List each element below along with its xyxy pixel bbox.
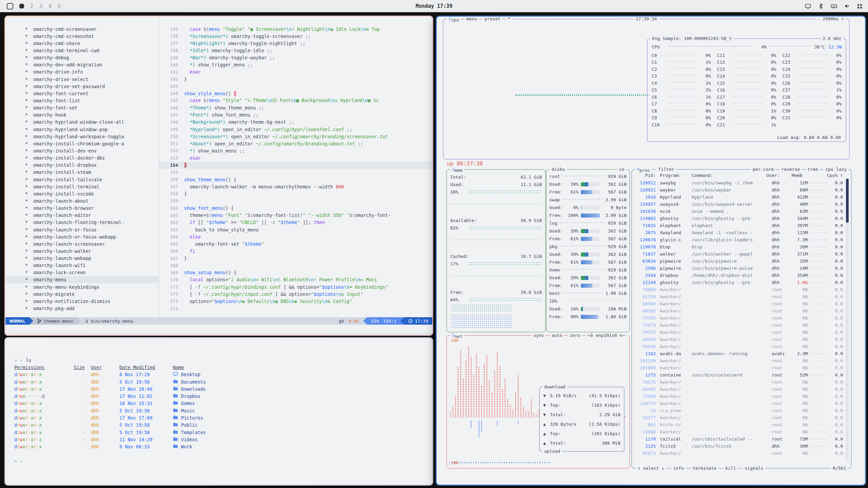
update-interval-control[interactable]: - 2000ms + [816,17,846,22]
file-list-item[interactable]: *omarchy-launch-about [5,197,159,204]
proc-footer--select-[interactable]: ↑ select ↓ [636,465,666,471]
file-list-item[interactable]: *omarchy-font-set [5,104,159,111]
terminal-output[interactable]: ~›lsPermissionsSizeUserDate ModifiedName… [5,338,432,485]
file-list-item[interactable]: *omarchy-cmd-share [5,40,159,47]
file-list-item[interactable]: *omarchy-install-dropbox [5,162,159,169]
file-list-item[interactable]: *omarchy-font-current [5,90,159,97]
file-list-item[interactable]: *omarchy-lock-screen [5,269,159,276]
process-row[interactable]: 81310kworker/root0B0.0 [635,293,843,300]
file-list-item[interactable]: *omarchy-font-list [5,97,159,104]
code-pane[interactable]: 135 case $(menu "Toggle" "▣ Screensaver\… [159,25,432,317]
file-list-item[interactable]: *omarchy-cmd-screensaver [5,25,159,33]
proc-column-header[interactable]: Cpu% [824,173,837,178]
proc-column-header[interactable]: Command: [692,173,766,178]
file-list-item[interactable]: *omarchy-debug [5,54,159,61]
file-list-item[interactable]: *omarchy-hook [5,111,159,119]
proc-footer-kill[interactable]: kill [724,465,737,471]
process-row[interactable]: 74733kworker/root0B0.0 [635,329,843,336]
file-explorer-pane[interactable]: *omarchy-cmd-screensaver*omarchy-cmd-scr… [5,25,159,317]
process-row[interactable]: 68586kworker/root0B0.0 [635,300,843,307]
process-row[interactable]: 72073kworker/root0B0.0 [635,322,843,329]
file-list-item[interactable]: *omarchy-notification-dismiss [5,298,159,305]
file-list-item[interactable]: *omarchy-drive-select [5,76,159,83]
file-list-item[interactable]: *omarchy-install-docker-dbs [5,155,159,162]
file-list-item[interactable]: *omarchy-cmd-terminal-cwd [5,47,159,54]
proc-footer-info[interactable]: info [671,465,685,471]
proc-column-header[interactable]: User: [766,173,786,178]
proc-footer-signals[interactable]: signals [743,465,765,471]
preset-button[interactable]: preset [483,17,502,23]
workspace-number[interactable]: 2 [30,3,33,9]
process-row[interactable]: 2544dropbox/home/dhh/.dropbox-distdhh354… [635,272,843,279]
screencast-icon[interactable] [805,3,811,9]
file-list-item[interactable]: *omarchy-install-steam [5,169,159,176]
preset-star[interactable]: * [506,17,512,23]
process-row[interactable]: 110775kworker/root0B0.0 [635,400,843,407]
process-row[interactable]: 72088kworker/root0B0.0 [635,428,843,435]
file-list-item[interactable]: *omarchy-launch-wifi [5,262,159,269]
file-list-item[interactable]: *omarchy-pkg-add [5,305,159,312]
process-row[interactable]: 2125fcitx5/usr/bin/fcitx5dhh30M0.0 [635,443,843,450]
workspace-number[interactable]: 4 [48,3,52,9]
process-row[interactable]: 102099kworker/root0B0.0 [635,364,843,371]
editor-window[interactable]: *omarchy-cmd-screensaver*omarchy-cmd-scr… [4,16,433,336]
process-scrollbar[interactable] [846,179,849,462]
file-list-item[interactable]: *omarchy-menu-keybindings [5,283,159,290]
process-row[interactable]: 73656kworker/root0B0.0 [635,393,843,400]
file-list-item[interactable]: *omarchy-install-terminal [5,183,159,190]
process-row[interactable]: 120878glycin-i/usr/lib/glycin-loadersdhh… [635,236,843,243]
process-row[interactable]: 2506pipewire/usr/bin/pipewire-pulsedhh14… [635,265,843,272]
mem-box-title[interactable]: 2mem [450,166,464,174]
file-list-item[interactable]: *omarchy-cmd-screenshot [5,33,159,40]
proc-column-header[interactable]: Pid: [635,173,656,178]
process-row[interactable]: 102638nvimnvim --embed .dhh63M0.0 [635,208,843,215]
workspace-number[interactable]: 5 [58,3,61,9]
file-list-item[interactable]: *omarchy-install-chromium-google-a [5,140,159,147]
terminal-window[interactable]: ~›lsPermissionsSizeUserDate ModifiedName… [4,337,433,486]
process-row[interactable]: 2075XwaylandXwayland :1 -rootless -dhh11… [635,229,843,236]
workspace-active-icon[interactable] [19,4,24,8]
process-row[interactable]: 74869kworker/root0B0.0 [635,286,843,293]
file-list-item[interactable]: *omarchy-drive-info [5,68,159,76]
file-list-item[interactable]: *omarchy-menu [5,276,159,283]
disks-io-toggle[interactable]: io [617,166,626,172]
process-row[interactable]: 73703kworker/root0B0.0 [635,314,843,322]
process-row[interactable]: 76577kworker/root0B0.0 [635,414,843,421]
file-list-item[interactable]: *omarchy-launch-browser [5,205,159,212]
file-list-item[interactable]: *omarchy-launch-webapp [5,255,159,262]
process-table-header[interactable]: Pid:Program:Command:User:MemBCpu%↑ [635,172,843,179]
process-row[interactable]: 71837walker/usr/bin/walker --gappldhh371… [635,250,843,258]
workspace-1-icon[interactable] [7,3,13,9]
process-row[interactable]: 803btrfs-trroot0B0.0 [635,421,843,428]
process-row[interactable]: 68402kworker/root0B0.0 [635,386,843,393]
scrollbar-thumb[interactable] [846,179,849,223]
system-monitor-window[interactable]: 1cpu menu preset * 17:39:34 - 2000ms + E… [436,16,866,486]
process-row[interactable]: 1275containe/usr/bin/containerdroot52M0.… [635,371,843,379]
file-list-item[interactable]: *omarchy-install-vscode [5,190,159,197]
process-row[interactable]: 76575kworker/root0B0.0 [635,379,843,386]
file-list-item[interactable]: *omarchy-launch-editor [5,212,159,219]
process-row[interactable]: 63816pipewire/usr/bin/pipewiredhh25M0.0 [635,258,843,265]
process-row[interactable]: 94540kworker/root0B0.0 [635,343,843,350]
process-row[interactable]: 68583kworker/root0B0.0 [635,307,843,314]
menu-button[interactable]: menu [465,17,479,23]
process-row[interactable]: 12244ghostty/usr/bin/ghostty --gtk-dhh1.… [635,279,843,286]
process-row[interactable]: 71835elephantelephantdhh397M0.0 [635,222,843,229]
file-list-item[interactable]: *omarchy-hyprland-workspace-toggle [5,133,159,140]
file-list-item[interactable]: *omarchy-drive-set-password [5,83,159,90]
process-row[interactable]: 68584kworker/root0B0.0 [635,336,843,343]
disks-box-title[interactable]: disks [550,166,567,172]
process-row[interactable]: 102100kworker/root0B0.0 [635,357,843,364]
process-row[interactable]: 120912swaybg/usr/bin/swaybg -i /homdhh12… [635,179,843,186]
file-list-item[interactable]: *omarchy-launch-screensaver [5,240,159,247]
file-list-item[interactable]: *omarchy-install-tailscale [5,176,159,183]
bluetooth-icon[interactable] [818,3,824,9]
proc-footer-terminate[interactable]: terminate [691,465,718,471]
process-row[interactable]: 1170tailscal/usr/sbin/tailscaled --root7… [635,435,843,443]
proc-column-header[interactable]: Program: [656,173,692,178]
file-list-item[interactable]: *omarchy-migrate [5,290,159,298]
keyboard-icon[interactable] [831,3,837,9]
process-row[interactable]: 1162avahi-daavahi-daemon: runningavahi2.… [635,350,843,357]
process-row[interactable]: 1916HyprlandHyprlanddhh422M0.0 [635,194,843,201]
process-row[interactable]: 95673kworker/root0B0.0 [635,450,843,457]
